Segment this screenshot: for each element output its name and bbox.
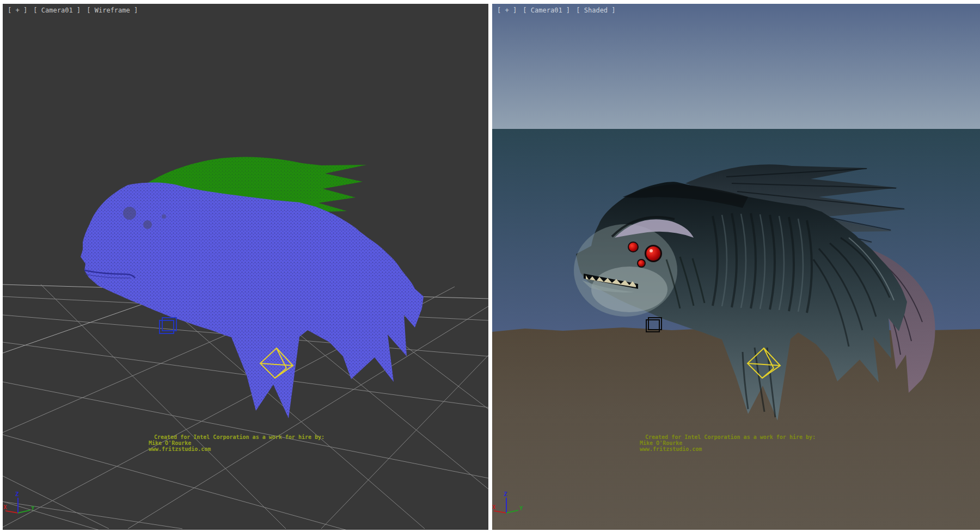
watermark-line: www.fritzstudio.com [149,446,324,452]
axis-y-line [18,510,30,513]
axis-z-label: Z [15,491,19,498]
watermark-line: Mike O'Rourke [640,440,816,446]
viewport-menu-camera[interactable]: [ Camera01 ] [523,7,570,14]
axis-z-label: Z [504,491,507,498]
sky [492,4,980,129]
viewport-label: [ + ] [ Camera01 ] [ Shaded ] [497,7,618,14]
eye-ring [123,207,136,220]
axis-y-label: Y [519,505,523,512]
viewport-menu-shading[interactable]: [ Shaded ] [576,7,615,14]
viewport-menu-general[interactable]: [ + ] [8,7,27,14]
viewport-menu-general[interactable]: [ + ] [497,7,517,14]
viewport-shaded[interactable]: X Z Y Created for Intel Corporation as a… [492,4,980,530]
watermark: Created for Intel Corporation as a work … [149,434,324,452]
viewport-label: [ + ] [ Camera01 ] [ Wireframe ] [8,7,140,14]
axis-x-label: X [3,504,7,511]
viewport-wireframe[interactable]: X Z Y Created for Intel Corporation as a… [3,4,488,530]
watermark-line: Mike O'Rourke [149,440,324,446]
viewport-splitter[interactable] [488,0,492,532]
axis-x-label: X [492,504,496,511]
watermark: Created for Intel Corporation as a work … [640,434,816,452]
watermark-line: Created for Intel Corporation as a work … [640,434,816,440]
watermark-line: Created for Intel Corporation as a work … [149,434,324,440]
box-helper[interactable] [160,318,176,333]
viewport-menu-camera[interactable]: [ Camera01 ] [33,7,81,14]
axis-x-line [5,511,18,513]
axis-y-label: Y [31,505,35,512]
eye-ring [162,214,166,219]
viewport-menu-shading[interactable]: [ Wireframe ] [87,7,138,14]
watermark-line: www.fritzstudio.com [640,446,816,452]
eye-ring [143,220,152,229]
fish-model[interactable] [81,157,424,418]
